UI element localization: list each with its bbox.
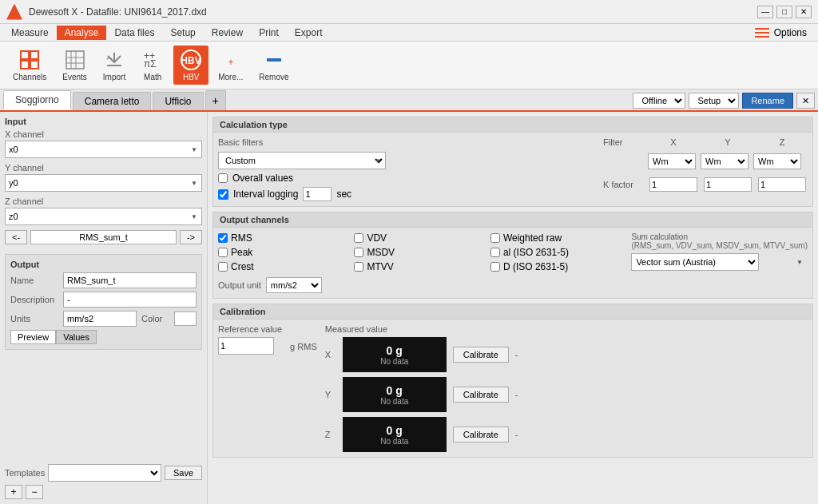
toolbar-events[interactable]: Events — [56, 46, 93, 85]
oc-crest-check[interactable] — [218, 262, 228, 272]
oc-msdv-check[interactable] — [354, 248, 363, 257]
cal-x-label: X — [325, 350, 336, 359]
filter-x-select[interactable]: Wm — [648, 153, 696, 169]
window-title: Dewesoft X - Datafile: UNI9614_2017.dxd — [29, 6, 207, 18]
sum-calc-select[interactable]: Vector sum (Austria) — [631, 253, 759, 271]
offline-dropdown[interactable]: Offline — [633, 93, 685, 109]
tab-soggiorno[interactable]: Soggiorno — [3, 90, 71, 110]
menubar: Measure Analyse Data files Setup Review … — [0, 24, 818, 42]
output-units-input[interactable] — [63, 311, 137, 327]
tab-add-button[interactable]: + — [205, 90, 226, 110]
output-channels-title: Output channels — [213, 212, 812, 228]
toolbar-import[interactable]: Import — [97, 46, 132, 85]
output-channels-grid-area: RMS VDV Weighted raw Peak MSDV al (ISO 2… — [218, 232, 623, 293]
oc-msdv: MSDV — [354, 247, 486, 258]
overall-checkbox[interactable] — [218, 173, 228, 183]
setup-dropdown[interactable]: Setup — [689, 93, 739, 109]
oc-rms-check[interactable] — [218, 233, 228, 243]
y-channel-select[interactable]: y0 — [5, 174, 202, 192]
output-unit-select[interactable]: mm/s2 — [266, 277, 322, 293]
calibration-content: Reference value g RMS Measured value X 0… — [218, 324, 808, 452]
menu-datafiles[interactable]: Data files — [106, 26, 162, 40]
maximize-button[interactable]: □ — [776, 6, 792, 18]
output-unit-row: Output unit mm/s2 — [218, 277, 623, 293]
kfactor-z-input[interactable] — [758, 177, 806, 192]
oc-weighted-raw-check[interactable] — [490, 233, 500, 243]
filter-select-wrapper: Custom — [218, 152, 386, 169]
tab-camera-letto[interactable]: Camera letto — [73, 92, 152, 110]
minimize-button[interactable]: — — [757, 6, 773, 18]
tab-close-button[interactable]: ✕ — [796, 93, 815, 109]
tab-ufficio[interactable]: Ufficio — [153, 92, 203, 110]
calibrate-x-button[interactable]: Calibrate — [453, 347, 509, 363]
kfactor-x-input[interactable] — [649, 177, 697, 192]
toolbar-hbv[interactable]: HBV HBV — [173, 46, 208, 85]
filter-y-select[interactable]: Wm — [701, 153, 749, 169]
cal-z-value: 0 g — [387, 424, 403, 437]
add-template-button[interactable]: + — [5, 485, 22, 499]
import-icon — [103, 49, 125, 71]
toolbar: Channels Events Import ++ πΣ Math HBV HB… — [0, 42, 818, 89]
kfactor-label: K factor — [603, 180, 643, 189]
output-name-input[interactable] — [63, 272, 197, 288]
oc-mtvv-check[interactable] — [354, 262, 363, 272]
menu-setup[interactable]: Setup — [162, 26, 203, 40]
basic-filters-label: Basic filters — [218, 137, 595, 147]
y-channel-group: Y channel y0 — [5, 163, 202, 192]
kfactor-row: K factor — [603, 177, 808, 192]
templates-select[interactable] — [48, 464, 161, 482]
oc-al-iso-check[interactable] — [490, 248, 500, 257]
toolbar-remove[interactable]: Remove — [252, 46, 295, 85]
oc-peak: Peak — [218, 247, 351, 258]
output-units-label: Units — [10, 314, 58, 323]
nav-prev-button[interactable]: <- — [5, 230, 27, 244]
values-tab[interactable]: Values — [56, 330, 97, 344]
cal-y-dash: - — [515, 390, 518, 399]
hbv-label: HBV — [183, 73, 200, 81]
calc-section: Calculation type Basic filters Custom Ov… — [212, 117, 813, 207]
oc-rms: RMS — [218, 232, 351, 244]
calibrate-z-button[interactable]: Calibrate — [453, 427, 509, 442]
toolbar-more[interactable]: + More... — [212, 46, 249, 85]
oc-crest: Crest — [218, 261, 351, 272]
window-controls[interactable]: — □ ✕ — [757, 6, 812, 18]
svg-text:HBV: HBV — [181, 55, 201, 66]
filter-select[interactable]: Custom — [218, 152, 386, 169]
events-label: Events — [62, 73, 87, 81]
save-button[interactable]: Save — [165, 466, 202, 480]
filter-z-select[interactable]: Wm — [753, 153, 801, 169]
main-content: Input X channel x0 Y channel y0 Z cha — [0, 112, 818, 504]
interval-checkbox[interactable] — [218, 189, 228, 200]
toolbar-channels[interactable]: Channels — [6, 46, 53, 85]
kfactor-y-input[interactable] — [704, 177, 752, 192]
oc-peak-check[interactable] — [218, 248, 228, 257]
menu-analyse[interactable]: Analyse — [57, 26, 107, 40]
oc-mtvv: MTVV — [354, 261, 486, 272]
x-channel-select[interactable]: x0 — [5, 141, 202, 158]
options-button[interactable]: Options — [747, 24, 815, 42]
interval-input[interactable] — [303, 187, 332, 201]
templates-label: Templates — [5, 468, 45, 478]
oc-d-iso-check[interactable] — [490, 262, 500, 272]
remove-template-button[interactable]: − — [26, 485, 43, 499]
menu-measure[interactable]: Measure — [3, 26, 57, 40]
oc-al-iso: al (ISO 2631-5) — [490, 247, 623, 258]
output-desc-input[interactable] — [63, 292, 197, 308]
cal-z-display: 0 g No data — [343, 417, 447, 452]
toolbar-math[interactable]: ++ πΣ Math — [135, 46, 170, 85]
menu-print[interactable]: Print — [251, 26, 287, 40]
z-channel-select[interactable]: z0 — [5, 208, 202, 225]
cal-ref-input[interactable] — [218, 337, 274, 355]
output-channels-grid: RMS VDV Weighted raw Peak MSDV al (ISO 2… — [218, 232, 623, 272]
output-section: Output Name Description Units Color Prev… — [5, 254, 202, 350]
cal-x-value: 0 g — [387, 344, 403, 357]
rename-button[interactable]: Rename — [742, 93, 793, 109]
color-picker[interactable] — [174, 312, 197, 326]
preview-tab[interactable]: Preview — [10, 330, 56, 344]
menu-export[interactable]: Export — [287, 26, 331, 40]
nav-next-button[interactable]: -> — [180, 230, 202, 244]
oc-vdv-check[interactable] — [354, 233, 363, 243]
close-button[interactable]: ✕ — [796, 6, 812, 18]
calibrate-y-button[interactable]: Calibrate — [453, 387, 509, 403]
menu-review[interactable]: Review — [204, 26, 251, 40]
